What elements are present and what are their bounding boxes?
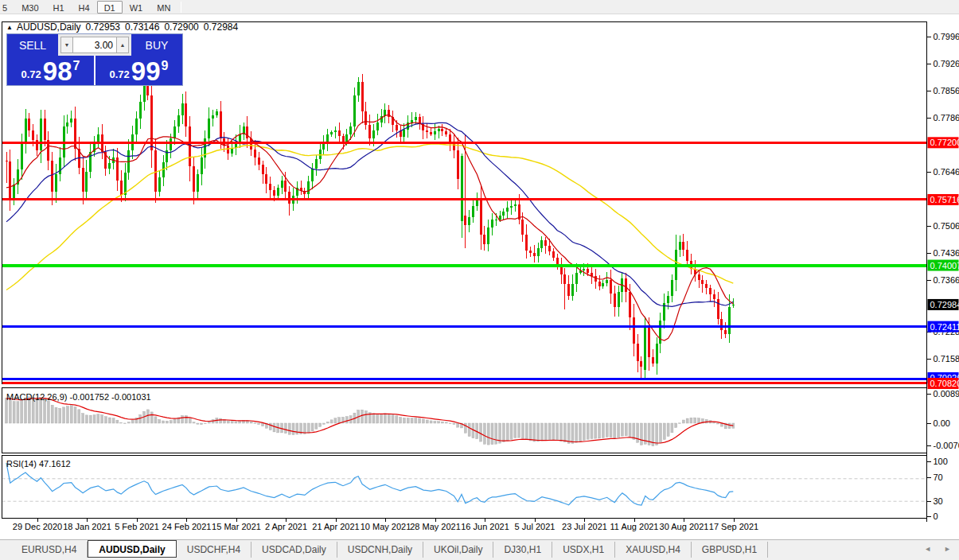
svg-text:0.72411: 0.72411 (930, 322, 959, 332)
timeframe-w1[interactable]: W1 (123, 1, 150, 14)
svg-text:0.71580: 0.71580 (934, 354, 959, 364)
svg-text:0.77200: 0.77200 (930, 138, 959, 147)
svg-text:15 Mar 2021: 15 Mar 2021 (212, 522, 261, 531)
timeframe-d1[interactable]: D1 (97, 1, 123, 14)
svg-text:17 Sep 2021: 17 Sep 2021 (709, 522, 758, 531)
svg-text:0.00: 0.00 (934, 418, 950, 428)
buy-price[interactable]: 0.72 99 9 (96, 56, 182, 85)
svg-text:29 Dec 2020: 29 Dec 2020 (13, 522, 62, 531)
svg-text:0: 0 (934, 511, 938, 521)
sell-price[interactable]: 0.72 98 7 (7, 56, 94, 85)
timeframe-5[interactable]: 5 (0, 1, 14, 14)
timeframe-h1[interactable]: H1 (46, 1, 72, 14)
sell-price-pip: 7 (73, 59, 80, 73)
collapse-triangle-icon[interactable]: ▲ (6, 24, 13, 31)
chart-window[interactable]: 0.799600.792600.785600.778600.764600.750… (0, 14, 959, 539)
svg-text:0.75716: 0.75716 (930, 195, 959, 204)
tab-usdx-h1[interactable]: USDX,H1 (552, 542, 615, 558)
svg-text:0.75060: 0.75060 (934, 221, 959, 231)
tab-audusd-daily[interactable]: AUDUSD,Daily (88, 540, 176, 558)
svg-text:0.79960: 0.79960 (934, 32, 959, 41)
svg-text:0.73660: 0.73660 (934, 275, 959, 285)
volume-input[interactable] (73, 37, 116, 53)
tab-ukoil-daily[interactable]: UKOil,Daily (423, 542, 493, 558)
tab-usdcad-daily[interactable]: USDCAD,Daily (251, 542, 337, 558)
timeframe-h4[interactable]: H4 (72, 1, 97, 14)
svg-text:21 Apr 2021: 21 Apr 2021 (312, 522, 359, 531)
chart-canvas[interactable]: 0.799600.792600.785600.778600.764600.750… (0, 14, 959, 539)
svg-text:11 Aug 2021: 11 Aug 2021 (610, 522, 659, 531)
ohlc-close: 0.72984 (204, 21, 238, 33)
tabs-scroll-left-icon[interactable]: ◄ (924, 545, 931, 553)
buy-price-big: 99 (131, 60, 161, 84)
symbol-tabbar: EURUSD,H4AUDUSD,DailyUSDCHF,H4USDCAD,Dai… (0, 539, 959, 560)
one-click-trade-panel: SELL ▼ ▲ BUY 0.72 98 7 0.72 99 9 (6, 33, 183, 86)
buy-price-prefix: 0.72 (110, 68, 130, 80)
date-axis: 29 Dec 202018 Jan 20215 Feb 202124 Feb 2… (13, 519, 758, 532)
svg-text:23 Jul 2021: 23 Jul 2021 (562, 522, 607, 531)
svg-text:0.74360: 0.74360 (934, 248, 959, 258)
tab-usdchf-h4[interactable]: USDCHF,H4 (177, 542, 251, 558)
svg-text:5 Feb 2021: 5 Feb 2021 (115, 522, 159, 531)
buy-button[interactable]: BUY (131, 34, 182, 56)
svg-text:16 Jun 2021: 16 Jun 2021 (461, 522, 509, 531)
svg-text:28 May 2021: 28 May 2021 (410, 522, 461, 531)
ohlc-low: 0.72900 (164, 21, 198, 33)
price-axis: 0.799600.792600.785600.778600.764600.750… (927, 22, 959, 523)
svg-text:5 Jul 2021: 5 Jul 2021 (515, 522, 556, 531)
timeframe-toolbar: 5M30H1H4D1W1MN (0, 0, 959, 14)
macd-indicator-label: MACD(12,26,9) -0.001752 -0.001031 (6, 392, 151, 402)
volume-spinner: ▼ ▲ (58, 34, 131, 56)
sell-price-prefix: 0.72 (21, 68, 41, 80)
svg-text:0.79260: 0.79260 (934, 59, 959, 68)
svg-text:0.74007: 0.74007 (930, 261, 959, 270)
tab-dj30-h1[interactable]: DJ30,H1 (493, 542, 552, 558)
ohlc-high: 0.73146 (125, 21, 159, 33)
tabs-scroll-right-icon[interactable]: ► (944, 545, 951, 553)
svg-text:0.008904: 0.008904 (934, 389, 959, 399)
buy-price-pip: 9 (162, 59, 169, 73)
volume-decrease-button[interactable]: ▼ (60, 37, 73, 53)
svg-text:2 Apr 2021: 2 Apr 2021 (265, 522, 307, 531)
ohlc-open: 0.72953 (86, 21, 120, 33)
svg-text:0.70820: 0.70820 (930, 379, 959, 388)
svg-text:30 Aug 2021: 30 Aug 2021 (660, 522, 709, 531)
chart-title: ▲AUDUSD,Daily0.729530.731460.729000.7298… (6, 21, 238, 33)
svg-text:0.76460: 0.76460 (934, 167, 959, 177)
toolbar-separator (181, 2, 181, 13)
svg-text:-0.00701: -0.00701 (934, 441, 959, 450)
tab-eurusd-h4[interactable]: EURUSD,H4 (11, 542, 88, 558)
volume-increase-button[interactable]: ▲ (116, 37, 129, 53)
tab-usdcnh-daily[interactable]: USDCNH,Daily (337, 542, 423, 558)
tab-xauusd-h4[interactable]: XAUUSD,H4 (615, 542, 692, 558)
timeframe-mn[interactable]: MN (150, 1, 177, 14)
svg-text:10 May 2021: 10 May 2021 (361, 522, 411, 531)
svg-text:24 Feb 2021: 24 Feb 2021 (162, 522, 212, 531)
symbol-name: AUDUSD,Daily (17, 21, 81, 33)
tab-gbpusd-h1[interactable]: GBPUSD,H1 (692, 542, 768, 558)
sell-button[interactable]: SELL (7, 34, 58, 56)
svg-text:100: 100 (934, 457, 948, 466)
sell-price-big: 98 (43, 60, 72, 84)
svg-text:70: 70 (934, 472, 943, 482)
rsi-indicator-label: RSI(14) 47.1612 (6, 459, 71, 469)
rsi-pane (2, 456, 927, 519)
svg-text:30: 30 (934, 496, 943, 506)
svg-text:0.77860: 0.77860 (934, 113, 959, 122)
svg-text:18 Jan 2021: 18 Jan 2021 (63, 522, 111, 531)
svg-text:0.72984: 0.72984 (930, 300, 959, 309)
timeframe-m30[interactable]: M30 (14, 1, 45, 14)
svg-text:0.78560: 0.78560 (934, 86, 959, 95)
